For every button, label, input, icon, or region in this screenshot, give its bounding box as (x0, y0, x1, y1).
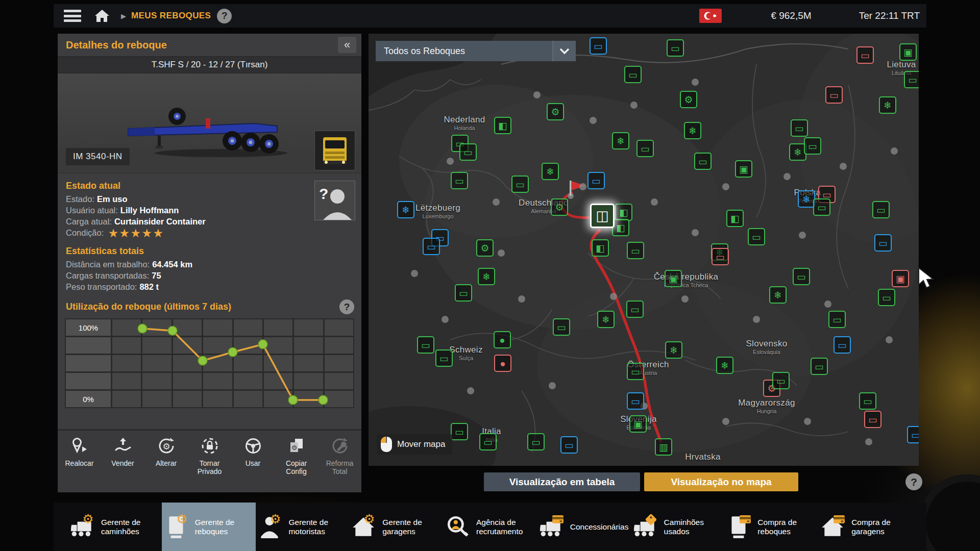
nav-item-trailer-gear[interactable]: ⚙Gerente de reboques (162, 503, 256, 551)
trailer-marker-box[interactable]: ▭ (874, 234, 892, 252)
trailer-marker-box[interactable]: ▭ (626, 300, 644, 318)
trailer-marker-box[interactable]: ▭ (856, 46, 874, 64)
nav-item-house-gear[interactable]: ⚙Gerente de garagens (349, 503, 443, 551)
trailer-marker-box[interactable]: ▭ (878, 289, 895, 306)
trailer-marker-box[interactable]: ▭ (748, 228, 765, 245)
trailer-marker-box[interactable]: ▭ (825, 86, 843, 104)
trailer-marker-snow[interactable]: ❄ (612, 132, 629, 149)
trailer-marker-box[interactable]: ▭ (627, 242, 644, 259)
trailer-marker-gear[interactable]: ⚙ (547, 103, 564, 120)
assigned-truck-thumbnail[interactable] (314, 131, 355, 170)
trailer-marker-box[interactable]: ▭ (793, 268, 810, 285)
trailers-map[interactable]: NederlandHolandaLëtzebuergLuxemburgoDeut… (369, 34, 919, 466)
trailer-marker-snow[interactable]: ❄ (665, 341, 682, 359)
trailer-marker-box[interactable]: ▭ (451, 423, 468, 440)
trailer-marker-box[interactable]: ▭ (590, 37, 607, 55)
trailer-marker-box[interactable]: ▭ (451, 172, 468, 189)
nav-item-mag[interactable]: Agência de recrutamento (443, 503, 537, 551)
collapse-panel-button[interactable]: « (338, 37, 356, 53)
trailer-marker-box[interactable]: ▭ (872, 201, 890, 218)
selected-trailer-marker[interactable]: ◫ (590, 204, 615, 228)
trailer-marker-img[interactable]: ▣ (665, 270, 682, 287)
trailer-marker-box[interactable]: ▭ (811, 358, 828, 375)
trailer-marker-box[interactable]: ▭ (772, 372, 790, 389)
trailer-marker-gear[interactable]: ⚙ (680, 91, 697, 108)
nav-item-house-card[interactable]: Compra de garagens (818, 503, 912, 551)
current-state-section: Estado atual Estado:Em usoUsuário atual:… (58, 173, 361, 239)
table-view-button[interactable]: Visualização em tabela (484, 472, 640, 491)
trailer-marker-img[interactable]: ▣ (629, 415, 647, 433)
move-map-button[interactable]: Mover mapa (377, 434, 452, 455)
trailer-marker-gear[interactable]: ⚙ (476, 239, 494, 257)
trailer-marker-box[interactable]: ▭ (511, 176, 529, 193)
trailer-marker-curtain[interactable]: ◧ (592, 239, 609, 257)
trailer-marker-snow[interactable]: ❄ (716, 357, 733, 374)
trailer-marker-truck[interactable]: ▥ (655, 438, 672, 456)
trailer-marker-box[interactable]: ▭ (624, 66, 642, 83)
trailer-marker-snow[interactable]: ❄ (684, 122, 701, 139)
nav-item-person-gear[interactable]: ⚙Gerente de motoristas (256, 503, 350, 551)
chart-help-icon[interactable]: ? (339, 299, 354, 314)
map-view-button[interactable]: Visualização no mapa (644, 472, 798, 491)
home-icon[interactable] (94, 9, 110, 23)
trailer-marker-box[interactable]: ▭ (627, 363, 644, 380)
trailer-marker-box[interactable]: ▭ (455, 284, 472, 302)
trailer-marker-box[interactable]: ▭ (423, 238, 440, 255)
trailer-marker-img[interactable]: ▣ (899, 43, 917, 61)
help-icon[interactable]: ? (217, 9, 232, 23)
trailer-marker-snow[interactable]: ❄ (478, 268, 495, 285)
driver-portrait[interactable]: ? (314, 181, 355, 220)
chevron-down-icon[interactable] (552, 41, 576, 61)
nav-item-truck-tag[interactable]: Caminhões usados (631, 503, 725, 551)
trailer-marker-box[interactable]: ▭ (804, 137, 821, 155)
trailer-marker-drop[interactable]: ● (494, 331, 511, 348)
steer-action-button[interactable]: Usar (231, 431, 275, 492)
trailer-marker-box[interactable]: ▭ (864, 411, 881, 428)
trailer-marker-curtain[interactable]: ◧ (612, 219, 629, 236)
trailer-marker-snow[interactable]: ❄ (597, 311, 615, 328)
trailer-marker-box[interactable]: ▭ (694, 153, 712, 170)
trailer-marker-box[interactable]: ▭ (417, 336, 434, 354)
trailer-marker-curtain[interactable]: ◧ (494, 117, 511, 134)
trailer-marker-box[interactable]: ▭ (712, 248, 729, 265)
nav-item-trailer-card[interactable]: Compra de reboques (724, 503, 818, 551)
trailer-marker-box[interactable]: ▭ (553, 318, 570, 336)
trailer-marker-img[interactable]: ▣ (892, 270, 909, 287)
copy-action-button[interactable]: ⚙Copiar Config (275, 431, 318, 492)
trailer-marker-snow[interactable]: ❄ (798, 190, 815, 208)
trailer-marker-box[interactable]: ▭ (527, 433, 545, 450)
trailer-marker-box[interactable]: ▭ (627, 392, 644, 410)
nav-item-truck-card[interactable]: Concessionárias (537, 503, 631, 551)
menu-icon[interactable] (64, 10, 81, 22)
help-icon-bottom[interactable]: ? (905, 473, 922, 490)
trailer-marker-snow[interactable]: ❄ (879, 96, 896, 114)
trailer-filter-dropdown[interactable]: Todos os Reboques (376, 41, 576, 61)
trailer-marker-box[interactable]: ▭ (435, 349, 453, 367)
trailer-marker-box[interactable]: ▭ (828, 311, 846, 328)
trailer-marker-box[interactable]: ▭ (479, 433, 497, 450)
trailer-marker-gear[interactable]: ⚙ (551, 198, 568, 216)
relocate-action-button[interactable]: Realocar (58, 431, 101, 492)
trailer-marker-box[interactable]: ▭ (904, 71, 919, 88)
trailer-marker-box[interactable]: ▭ (859, 392, 876, 410)
trailer-marker-box[interactable]: ▭ (459, 143, 477, 161)
trailer-marker-box[interactable]: ▭ (667, 39, 684, 57)
trailer-marker-snow[interactable]: ❄ (397, 201, 414, 218)
trailer-marker-curtain[interactable]: ◧ (726, 210, 744, 227)
trailer-marker-box[interactable]: ▭ (791, 119, 808, 137)
trailer-marker-box[interactable]: ▭ (560, 436, 578, 454)
change-action-button[interactable]: ⚙Alterar (144, 431, 188, 492)
nav-item-truck-gear[interactable]: ⚙Gerente de caminhões (68, 503, 162, 551)
trailer-marker-img[interactable]: ▣ (735, 160, 752, 178)
sell-action-button[interactable]: Vender (101, 431, 144, 492)
trailer-marker-drop[interactable]: ● (494, 355, 511, 372)
trailer-marker-snow[interactable]: ❄ (769, 286, 787, 304)
trailer-marker-box[interactable]: ▭ (587, 172, 605, 189)
trailer-marker-snow[interactable]: ❄ (542, 163, 559, 180)
trailer-marker-box[interactable]: ▭ (813, 198, 830, 216)
trailer-marker-box[interactable]: ▭ (834, 336, 851, 354)
trailer-marker-box[interactable]: ▭ (907, 426, 919, 443)
lock-action-button[interactable]: Tornar Privado (188, 431, 231, 492)
trailer-marker-curtain[interactable]: ◧ (615, 204, 632, 221)
trailer-marker-box[interactable]: ▭ (636, 140, 654, 157)
